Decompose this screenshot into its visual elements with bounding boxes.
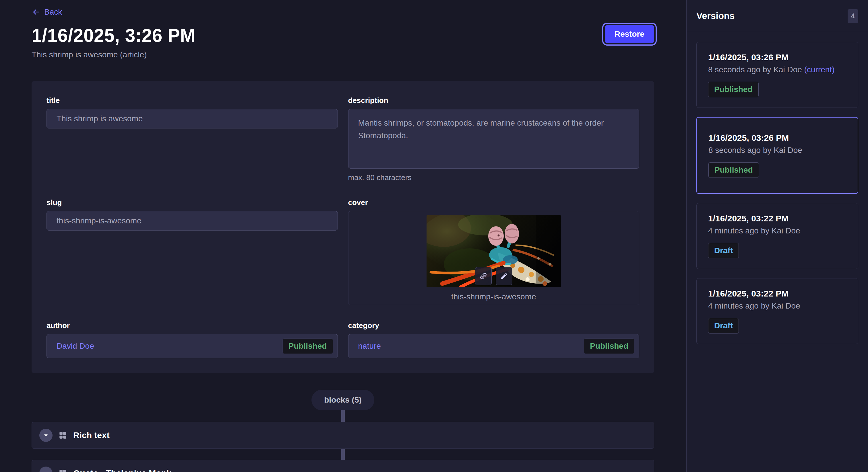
restore-button[interactable]: Restore (605, 25, 654, 43)
cover-caption: this-shrimp-is-awesome (451, 292, 536, 301)
main-content: Back 1/16/2025, 3:26 PM This shrimp is a… (0, 0, 686, 472)
block-label: Quote - Thelonius Monk (73, 468, 172, 472)
version-card-selected[interactable]: 1/16/2025, 03:26 PM 8 seconds ago by Kai… (696, 117, 858, 194)
slug-input[interactable] (46, 211, 338, 231)
version-title: 1/16/2025, 03:26 PM (708, 53, 846, 62)
link-icon (479, 272, 488, 280)
cover-box: this-shrimp-is-awesome (348, 211, 640, 305)
version-status-badge: Draft (708, 318, 739, 334)
version-title: 1/16/2025, 03:22 PM (708, 289, 846, 299)
description-label: description (348, 96, 640, 105)
title-field: title (46, 96, 338, 182)
versions-heading: Versions (696, 11, 735, 21)
version-meta: 8 seconds ago by Kai Doe (708, 146, 846, 155)
block-accordion-quote[interactable]: Quote - Thelonius Monk (32, 460, 654, 472)
version-card[interactable]: 1/16/2025, 03:22 PM 4 minutes ago by Kai… (696, 203, 858, 269)
chevron-down-icon (43, 471, 49, 472)
author-status-badge: Published (282, 338, 333, 354)
version-status-badge: Published (708, 82, 758, 97)
title-label: title (46, 96, 338, 105)
form-card: title description Mantis shrimps, or sto… (32, 81, 654, 373)
version-list: 1/16/2025, 03:26 PM 8 seconds ago by Kai… (687, 32, 868, 354)
cover-media (427, 215, 561, 287)
back-arrow-icon (32, 8, 40, 16)
category-link[interactable]: nature (358, 341, 381, 351)
version-meta: 4 minutes ago by Kai Doe (708, 226, 846, 235)
category-box: nature Published (348, 334, 640, 358)
blocks-pill: blocks (5) (311, 390, 374, 410)
slug-label: slug (46, 198, 338, 207)
author-field: author David Doe Published (46, 321, 338, 358)
description-textarea[interactable]: Mantis shrimps, or stomatopods, are mari… (348, 109, 640, 169)
accordion-toggle-button[interactable] (39, 467, 53, 472)
cover-actions (475, 267, 513, 285)
author-label: author (46, 321, 338, 330)
edit-cover-button[interactable] (496, 267, 513, 285)
version-meta: 4 minutes ago by Kai Doe (708, 301, 846, 310)
versions-panel: Versions 4 1/16/2025, 03:26 PM 8 seconds… (686, 0, 868, 472)
version-status-badge: Published (708, 162, 759, 178)
version-history-page: Back 1/16/2025, 3:26 PM This shrimp is a… (0, 0, 868, 472)
pencil-icon (500, 272, 508, 280)
back-link[interactable]: Back (32, 7, 62, 16)
block-grid-icon (59, 431, 67, 439)
chevron-down-icon (43, 433, 49, 438)
version-title: 1/16/2025, 03:22 PM (708, 214, 846, 224)
author-box: David Doe Published (46, 334, 338, 358)
version-meta: 8 seconds ago by Kai Doe (current) (708, 65, 846, 74)
page-title: 1/16/2025, 3:26 PM (32, 25, 654, 46)
cover-field: cover (348, 198, 640, 305)
author-link[interactable]: David Doe (57, 341, 94, 351)
version-current-label: (current) (804, 65, 835, 74)
slug-field: slug (46, 198, 338, 305)
category-label: category (348, 321, 640, 330)
version-title: 1/16/2025, 03:26 PM (708, 133, 846, 143)
back-label: Back (44, 7, 62, 16)
versions-header: Versions 4 (687, 0, 868, 32)
version-status-badge: Draft (708, 243, 739, 258)
version-card[interactable]: 1/16/2025, 03:26 PM 8 seconds ago by Kai… (696, 42, 858, 108)
blocks-section: blocks (5) Rich text (32, 390, 654, 472)
category-status-badge: Published (584, 338, 634, 354)
block-grid-icon (59, 469, 67, 472)
category-field: category nature Published (348, 321, 640, 358)
accordion-toggle-button[interactable] (39, 429, 53, 442)
page-subtitle: This shrimp is awesome (article) (32, 50, 654, 59)
description-field: description Mantis shrimps, or stomatopo… (348, 96, 640, 182)
version-card[interactable]: 1/16/2025, 03:22 PM 4 minutes ago by Kai… (696, 278, 858, 344)
title-input[interactable] (46, 109, 338, 129)
copy-link-button[interactable] (475, 267, 492, 285)
block-accordion-rich-text[interactable]: Rich text (32, 422, 654, 449)
blocks-connector (341, 410, 345, 422)
char-limit-hint: max. 80 characters (348, 173, 640, 182)
versions-count-badge: 4 (848, 9, 858, 23)
block-label: Rich text (73, 430, 110, 440)
cover-label: cover (348, 198, 640, 207)
blocks-connector (341, 449, 345, 460)
